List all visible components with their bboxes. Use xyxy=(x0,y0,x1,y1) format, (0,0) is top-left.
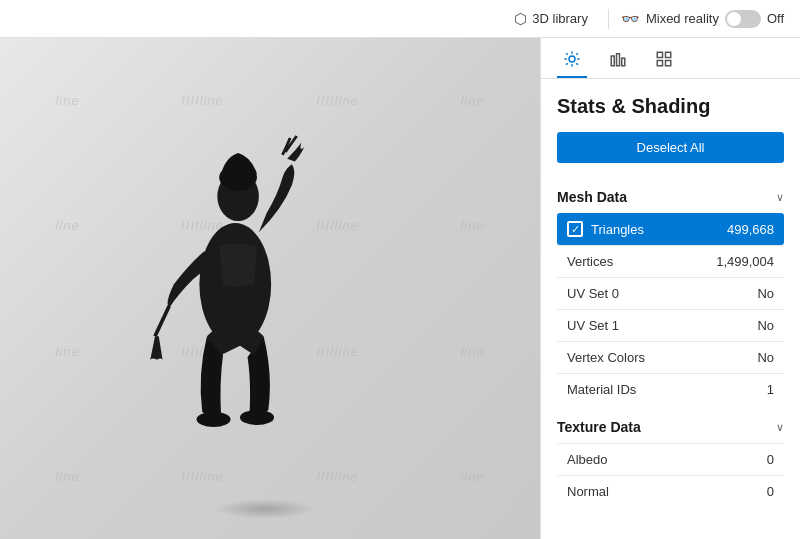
normal-row-left: Normal xyxy=(567,484,609,499)
uvset1-row[interactable]: UV Set 1 No xyxy=(557,310,784,341)
uvset0-row[interactable]: UV Set 0 No xyxy=(557,278,784,309)
vertex-colors-value: No xyxy=(757,350,774,365)
viewport[interactable]: line IIIIline IIIIline line line IIIIlin… xyxy=(0,38,540,539)
svg-rect-14 xyxy=(611,56,614,66)
wm-12: line xyxy=(0,414,135,539)
mixed-reality-switch[interactable] xyxy=(725,10,761,28)
wm-3: line xyxy=(405,38,540,163)
albedo-row[interactable]: Albedo 0 xyxy=(557,444,784,475)
material-ids-row-left: Material IDs xyxy=(567,382,636,397)
cube-icon: ⬡ xyxy=(514,10,527,28)
wm-15: line xyxy=(405,414,540,539)
panel-content: Stats & Shading Deselect All Mesh Data ∨… xyxy=(541,79,800,539)
texture-data-title: Texture Data xyxy=(557,419,641,435)
texture-data-chevron: ∨ xyxy=(776,421,784,434)
model-viewport-svg xyxy=(140,119,340,459)
svg-point-5 xyxy=(569,56,575,62)
material-ids-value: 1 xyxy=(767,382,774,397)
svg-line-10 xyxy=(566,53,568,55)
mixed-reality-label: Mixed reality xyxy=(646,11,719,26)
material-ids-row[interactable]: Material IDs 1 xyxy=(557,374,784,405)
wm-7: line xyxy=(405,163,540,288)
svg-line-13 xyxy=(576,53,578,55)
uvset1-label: UV Set 1 xyxy=(567,318,619,333)
albedo-label: Albedo xyxy=(567,452,607,467)
vertices-value: 1,499,004 xyxy=(716,254,774,269)
model-shadow xyxy=(215,499,315,519)
svg-rect-17 xyxy=(657,52,662,57)
triangles-row-left: ✓ Triangles xyxy=(567,221,644,237)
off-label: Off xyxy=(767,11,784,26)
triangles-checkbox[interactable]: ✓ xyxy=(567,221,583,237)
vertex-colors-row-left: Vertex Colors xyxy=(567,350,645,365)
uvset1-row-left: UV Set 1 xyxy=(567,318,619,333)
svg-line-11 xyxy=(576,63,578,65)
panel-title: Stats & Shading xyxy=(557,95,784,118)
main-content: line IIIIline IIIIline line line IIIIlin… xyxy=(0,38,800,539)
wm-4: line xyxy=(0,163,135,288)
vertex-colors-row[interactable]: Vertex Colors No xyxy=(557,342,784,373)
mesh-data-section: Mesh Data ∨ ✓ Triangles 499,668 Vertices xyxy=(557,181,784,405)
material-ids-label: Material IDs xyxy=(567,382,636,397)
svg-rect-20 xyxy=(666,61,671,66)
texture-data-section: Texture Data ∨ Albedo 0 Normal 0 xyxy=(557,411,784,507)
svg-rect-16 xyxy=(622,58,625,66)
vertices-row-left: Vertices xyxy=(567,254,613,269)
tab-stats[interactable] xyxy=(603,48,633,78)
divider xyxy=(608,9,609,29)
uvset0-value: No xyxy=(757,286,774,301)
tab-grid[interactable] xyxy=(649,48,679,78)
vertex-colors-label: Vertex Colors xyxy=(567,350,645,365)
vertices-label: Vertices xyxy=(567,254,613,269)
normal-row[interactable]: Normal 0 xyxy=(557,476,784,507)
vr-icon: 👓 xyxy=(621,10,640,28)
triangles-row[interactable]: ✓ Triangles 499,668 xyxy=(557,213,784,245)
texture-data-header[interactable]: Texture Data ∨ xyxy=(557,411,784,443)
wm-8: line xyxy=(0,289,135,414)
svg-point-3 xyxy=(197,411,231,426)
triangles-value: 499,668 xyxy=(727,222,774,237)
tab-lighting[interactable] xyxy=(557,48,587,78)
library-label: 3D library xyxy=(532,11,588,26)
albedo-row-left: Albedo xyxy=(567,452,607,467)
uvset0-row-left: UV Set 0 xyxy=(567,286,619,301)
right-panel: Stats & Shading Deselect All Mesh Data ∨… xyxy=(540,38,800,539)
panel-tabs xyxy=(541,38,800,79)
albedo-value: 0 xyxy=(767,452,774,467)
uvset0-label: UV Set 0 xyxy=(567,286,619,301)
wm-11: line xyxy=(405,289,540,414)
mixed-reality-toggle[interactable]: 👓 Mixed reality Off xyxy=(621,10,784,28)
mesh-data-header[interactable]: Mesh Data ∨ xyxy=(557,181,784,213)
deselect-all-button[interactable]: Deselect All xyxy=(557,132,784,163)
top-bar: ⬡ 3D library 👓 Mixed reality Off xyxy=(0,0,800,38)
svg-line-12 xyxy=(566,63,568,65)
mesh-data-title: Mesh Data xyxy=(557,189,627,205)
normal-label: Normal xyxy=(567,484,609,499)
svg-point-4 xyxy=(240,409,274,424)
svg-rect-15 xyxy=(617,54,620,66)
svg-rect-18 xyxy=(666,52,671,57)
triangles-label: Triangles xyxy=(591,222,644,237)
3d-library-button[interactable]: ⬡ 3D library xyxy=(506,6,596,32)
svg-rect-19 xyxy=(657,61,662,66)
vertices-row[interactable]: Vertices 1,499,004 xyxy=(557,246,784,277)
normal-value: 0 xyxy=(767,484,774,499)
uvset1-value: No xyxy=(757,318,774,333)
mesh-data-chevron: ∨ xyxy=(776,191,784,204)
wm-0: line xyxy=(0,38,135,163)
